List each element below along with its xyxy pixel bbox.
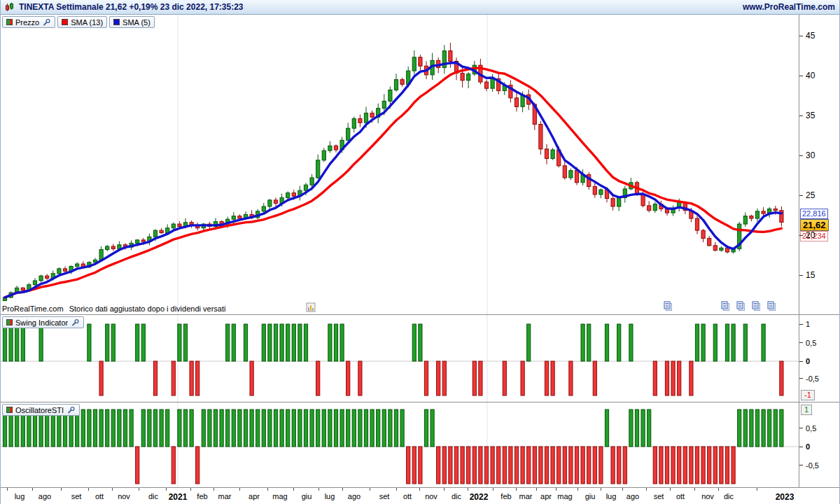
candle-body — [653, 204, 657, 211]
candle-body — [725, 248, 729, 252]
osti-bar-down — [412, 447, 416, 484]
month-label: lug — [606, 492, 617, 500]
month-boundary-tick — [342, 488, 343, 491]
candle-body — [63, 269, 66, 271]
osti-bar-up — [743, 410, 747, 447]
osti-bar-down — [575, 447, 578, 484]
calendar-icon[interactable] — [307, 303, 315, 312]
candle-body — [641, 195, 645, 206]
month-label: feb — [197, 492, 207, 500]
osti-bar-down — [587, 447, 591, 484]
month-boundary-tick — [166, 488, 167, 491]
news-document-icon[interactable] — [722, 302, 729, 311]
candle-body — [461, 74, 464, 80]
swing-bar-up — [9, 324, 13, 361]
month-label: feb — [500, 492, 511, 500]
month-label: mar — [519, 492, 533, 500]
swing-plot-area[interactable]: Swing Indicator — [1, 315, 799, 402]
legend-sma13-chip[interactable]: SMA (13) — [57, 16, 107, 28]
osti-bar-down — [683, 447, 687, 484]
osti-bar-up — [148, 410, 151, 447]
month-label: apr — [540, 492, 552, 500]
osti-bar-up — [780, 410, 783, 447]
month-boundary-tick — [190, 488, 191, 491]
osti-bar-down — [545, 447, 548, 484]
icon-bar — [312, 308, 314, 311]
osti-tick-mark — [799, 465, 803, 465]
swing-bar-up — [226, 324, 230, 361]
osti-bar-up — [220, 410, 223, 447]
osti-bar-up — [153, 410, 157, 447]
swing-bar-down — [521, 361, 524, 396]
candle-body — [364, 113, 368, 123]
osti-bar-up — [304, 410, 307, 447]
candle-body — [551, 150, 554, 159]
osti-bar-up — [424, 410, 428, 447]
swing-tick-mark — [799, 324, 803, 325]
wrench-icon[interactable] — [42, 18, 51, 27]
swing-bar-down — [424, 361, 428, 396]
wrench-icon[interactable] — [66, 406, 76, 414]
legend-price-chip[interactable]: Prezzo — [2, 16, 55, 28]
swing-chart-canvas[interactable] — [1, 315, 799, 402]
candle-body — [358, 119, 362, 123]
candle-body — [713, 246, 717, 251]
month-boundary-tick — [536, 488, 537, 491]
price-plot-area[interactable]: Prezzo SMA (13) SMA (5) ProRealTime.comS… — [1, 15, 799, 314]
swing-bar-up — [232, 324, 235, 361]
news-document-icon[interactable] — [752, 302, 760, 311]
month-boundary-tick — [112, 488, 113, 491]
candle-body — [611, 199, 615, 206]
swing-bar-up — [268, 324, 272, 361]
swing-current-value-box: -1 — [801, 390, 815, 400]
osti-bar-down — [136, 447, 139, 484]
swing-bar-up — [527, 324, 531, 361]
candle-body — [76, 264, 79, 266]
osti-chart-canvas[interactable] — [1, 402, 799, 487]
legend-sma5-chip[interactable]: SMA (5) — [109, 16, 155, 28]
news-document-icon[interactable] — [768, 302, 776, 311]
swing-bar-up — [581, 324, 584, 361]
swing-axis: -1 10,50-0,5 — [799, 315, 840, 402]
swing-bar-down — [690, 361, 693, 396]
price-tick-mark — [799, 36, 803, 36]
osti-indicator-chip[interactable]: OscillatoreSTI — [2, 404, 80, 416]
swing-indicator-chip[interactable]: Swing Indicator — [2, 316, 84, 328]
osti-bar-up — [286, 410, 290, 447]
candle-body — [232, 216, 235, 220]
month-boundary-tick — [694, 488, 695, 491]
price-chart-canvas[interactable] — [1, 15, 799, 314]
osti-bar-down — [720, 447, 723, 484]
wrench-icon[interactable] — [71, 318, 80, 327]
osti-bar-up — [400, 410, 404, 447]
osti-plot-area[interactable]: OscillatoreSTI — [1, 402, 799, 487]
swing-bar-up — [328, 324, 332, 361]
title-bar: TINEXTA Settimanale 21,62 +0,19% 23 dic … — [1, 0, 839, 15]
swing-bar-up — [15, 324, 19, 361]
month-boundary-tick — [718, 488, 719, 491]
osti-bar-down — [479, 447, 482, 484]
month-boundary-tick — [32, 488, 33, 491]
candle-body — [352, 119, 356, 129]
month-label: ott — [95, 492, 104, 500]
osti-bar-up — [208, 410, 211, 447]
candle-body — [328, 146, 332, 150]
month-boundary-tick — [516, 488, 517, 491]
swing-bar-down — [593, 361, 596, 396]
osti-bar-up — [377, 410, 380, 447]
candle-body — [755, 211, 759, 218]
month-boundary-tick — [61, 488, 62, 491]
osti-bar-down — [695, 447, 699, 484]
swing-bar-down — [172, 361, 175, 396]
sma5-color-icon — [113, 19, 120, 25]
time-axis: lugagosetottnovdic2021febmaraprmaggiulug… — [1, 488, 839, 504]
candle-body — [599, 190, 603, 195]
price-axis: 22,816 21,62 21,234 45403530252015 — [799, 15, 840, 314]
swing-bar-down — [316, 361, 320, 396]
news-document-icon[interactable] — [737, 302, 745, 311]
osti-bar-up — [256, 410, 260, 447]
osti-bar-up — [629, 410, 633, 447]
osti-indicator-label: OscillatoreSTI — [15, 406, 64, 414]
news-document-icon[interactable] — [664, 302, 672, 311]
swing-bar-up — [587, 324, 591, 361]
